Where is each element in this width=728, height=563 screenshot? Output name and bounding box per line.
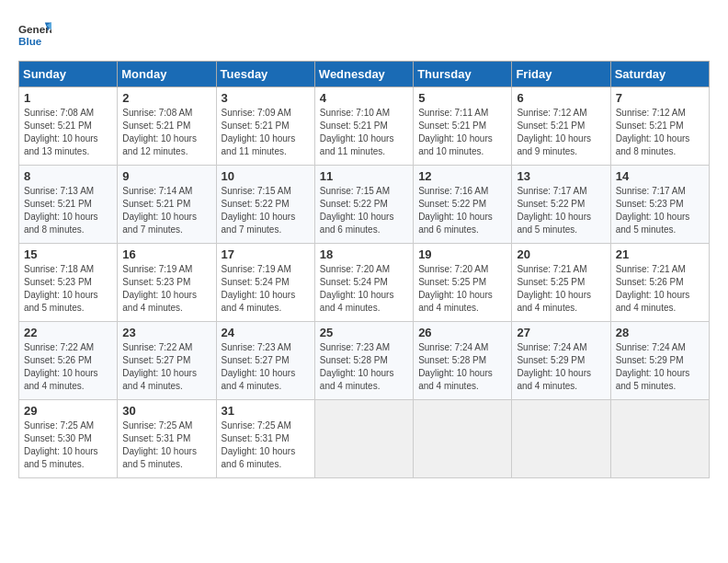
day-number: 20: [517, 247, 605, 261]
day-cell-18: 18Sunrise: 7:20 AM Sunset: 5:24 PM Dayli…: [314, 244, 413, 322]
day-number: 22: [24, 326, 112, 339]
day-number: 2: [122, 91, 210, 105]
day-number: 23: [122, 326, 210, 339]
day-number: 29: [24, 404, 112, 418]
col-header-thursday: Thursday: [414, 62, 512, 87]
day-number: 8: [24, 169, 112, 183]
day-cell-17: 17Sunrise: 7:19 AM Sunset: 5:24 PM Dayli…: [216, 244, 314, 322]
day-info: Sunrise: 7:12 AM Sunset: 5:21 PM Dayligh…: [517, 107, 605, 158]
day-cell-3: 3Sunrise: 7:09 AM Sunset: 5:21 PM Daylig…: [216, 87, 314, 166]
logo: General Blue: [18, 18, 51, 52]
day-cell-15: 15Sunrise: 7:18 AM Sunset: 5:23 PM Dayli…: [19, 244, 118, 322]
day-number: 4: [320, 91, 408, 105]
day-number: 1: [24, 91, 112, 105]
day-info: Sunrise: 7:25 AM Sunset: 5:31 PM Dayligh…: [222, 419, 310, 471]
day-info: Sunrise: 7:20 AM Sunset: 5:24 PM Dayligh…: [320, 263, 408, 315]
day-number: 19: [418, 247, 506, 261]
day-cell-11: 11Sunrise: 7:15 AM Sunset: 5:22 PM Dayli…: [314, 166, 413, 244]
day-info: Sunrise: 7:20 AM Sunset: 5:25 PM Dayligh…: [418, 263, 506, 315]
week-row-1: 1Sunrise: 7:08 AM Sunset: 5:21 PM Daylig…: [19, 87, 710, 166]
day-number: 10: [222, 169, 310, 183]
day-cell-25: 25Sunrise: 7:23 AM Sunset: 5:28 PM Dayli…: [314, 322, 413, 400]
week-row-2: 8Sunrise: 7:13 AM Sunset: 5:21 PM Daylig…: [19, 166, 710, 244]
day-number: 14: [616, 169, 704, 183]
day-cell-22: 22Sunrise: 7:22 AM Sunset: 5:26 PM Dayli…: [19, 322, 118, 400]
day-cell-10: 10Sunrise: 7:15 AM Sunset: 5:22 PM Dayli…: [216, 166, 314, 244]
logo-icon: General Blue: [18, 18, 51, 52]
day-info: Sunrise: 7:11 AM Sunset: 5:21 PM Dayligh…: [418, 107, 506, 158]
day-number: 7: [616, 91, 704, 105]
day-cell-12: 12Sunrise: 7:16 AM Sunset: 5:22 PM Dayli…: [414, 166, 512, 244]
day-cell-1: 1Sunrise: 7:08 AM Sunset: 5:21 PM Daylig…: [19, 87, 118, 166]
day-number: 11: [320, 169, 408, 183]
col-header-monday: Monday: [118, 62, 216, 87]
day-number: 21: [616, 247, 704, 261]
day-cell-20: 20Sunrise: 7:21 AM Sunset: 5:25 PM Dayli…: [512, 244, 610, 322]
day-number: 28: [616, 326, 704, 339]
week-row-3: 15Sunrise: 7:18 AM Sunset: 5:23 PM Dayli…: [19, 244, 710, 322]
day-info: Sunrise: 7:09 AM Sunset: 5:21 PM Dayligh…: [222, 107, 310, 158]
col-header-saturday: Saturday: [610, 62, 709, 87]
day-cell-6: 6Sunrise: 7:12 AM Sunset: 5:21 PM Daylig…: [512, 87, 610, 166]
day-info: Sunrise: 7:19 AM Sunset: 5:23 PM Dayligh…: [122, 263, 210, 315]
day-cell-14: 14Sunrise: 7:17 AM Sunset: 5:23 PM Dayli…: [610, 166, 709, 244]
day-info: Sunrise: 7:23 AM Sunset: 5:28 PM Dayligh…: [320, 341, 408, 393]
day-number: 3: [222, 91, 310, 105]
day-number: 18: [320, 247, 408, 261]
day-info: Sunrise: 7:23 AM Sunset: 5:27 PM Dayligh…: [222, 341, 310, 393]
day-cell-23: 23Sunrise: 7:22 AM Sunset: 5:27 PM Dayli…: [118, 322, 216, 400]
empty-cell: [512, 400, 610, 478]
day-number: 17: [222, 247, 310, 261]
day-number: 6: [517, 91, 605, 105]
day-number: 16: [122, 247, 210, 261]
day-info: Sunrise: 7:21 AM Sunset: 5:26 PM Dayligh…: [616, 263, 704, 315]
day-info: Sunrise: 7:08 AM Sunset: 5:21 PM Dayligh…: [24, 107, 112, 158]
empty-cell: [314, 400, 413, 478]
day-cell-8: 8Sunrise: 7:13 AM Sunset: 5:21 PM Daylig…: [19, 166, 118, 244]
day-cell-2: 2Sunrise: 7:08 AM Sunset: 5:21 PM Daylig…: [118, 87, 216, 166]
col-header-wednesday: Wednesday: [314, 62, 413, 87]
day-info: Sunrise: 7:15 AM Sunset: 5:22 PM Dayligh…: [320, 185, 408, 236]
day-number: 27: [517, 326, 605, 339]
day-cell-19: 19Sunrise: 7:20 AM Sunset: 5:25 PM Dayli…: [414, 244, 512, 322]
day-info: Sunrise: 7:22 AM Sunset: 5:26 PM Dayligh…: [24, 341, 112, 393]
calendar-table: SundayMondayTuesdayWednesdayThursdayFrid…: [18, 61, 710, 478]
day-info: Sunrise: 7:25 AM Sunset: 5:30 PM Dayligh…: [24, 419, 112, 471]
col-header-friday: Friday: [512, 62, 610, 87]
day-info: Sunrise: 7:24 AM Sunset: 5:29 PM Dayligh…: [616, 341, 704, 393]
day-info: Sunrise: 7:08 AM Sunset: 5:21 PM Dayligh…: [122, 107, 210, 158]
day-cell-4: 4Sunrise: 7:10 AM Sunset: 5:21 PM Daylig…: [314, 87, 413, 166]
day-cell-28: 28Sunrise: 7:24 AM Sunset: 5:29 PM Dayli…: [610, 322, 709, 400]
day-info: Sunrise: 7:14 AM Sunset: 5:21 PM Dayligh…: [122, 185, 210, 236]
day-cell-30: 30Sunrise: 7:25 AM Sunset: 5:31 PM Dayli…: [118, 400, 216, 478]
day-number: 26: [418, 326, 506, 339]
day-number: 12: [418, 169, 506, 183]
day-number: 25: [320, 326, 408, 339]
day-cell-9: 9Sunrise: 7:14 AM Sunset: 5:21 PM Daylig…: [118, 166, 216, 244]
day-info: Sunrise: 7:19 AM Sunset: 5:24 PM Dayligh…: [222, 263, 310, 315]
day-number: 5: [418, 91, 506, 105]
day-number: 15: [24, 247, 112, 261]
week-row-5: 29Sunrise: 7:25 AM Sunset: 5:30 PM Dayli…: [19, 400, 710, 478]
day-info: Sunrise: 7:24 AM Sunset: 5:29 PM Dayligh…: [517, 341, 605, 393]
day-cell-16: 16Sunrise: 7:19 AM Sunset: 5:23 PM Dayli…: [118, 244, 216, 322]
day-number: 30: [122, 404, 210, 418]
day-info: Sunrise: 7:21 AM Sunset: 5:25 PM Dayligh…: [517, 263, 605, 315]
page-header: General Blue: [18, 18, 710, 52]
day-cell-21: 21Sunrise: 7:21 AM Sunset: 5:26 PM Dayli…: [610, 244, 709, 322]
day-cell-27: 27Sunrise: 7:24 AM Sunset: 5:29 PM Dayli…: [512, 322, 610, 400]
week-row-4: 22Sunrise: 7:22 AM Sunset: 5:26 PM Dayli…: [19, 322, 710, 400]
day-info: Sunrise: 7:22 AM Sunset: 5:27 PM Dayligh…: [122, 341, 210, 393]
day-info: Sunrise: 7:12 AM Sunset: 5:21 PM Dayligh…: [616, 107, 704, 158]
empty-cell: [414, 400, 512, 478]
col-header-sunday: Sunday: [19, 62, 118, 87]
day-number: 9: [122, 169, 210, 183]
day-info: Sunrise: 7:13 AM Sunset: 5:21 PM Dayligh…: [24, 185, 112, 236]
day-info: Sunrise: 7:18 AM Sunset: 5:23 PM Dayligh…: [24, 263, 112, 315]
day-info: Sunrise: 7:24 AM Sunset: 5:28 PM Dayligh…: [418, 341, 506, 393]
day-cell-26: 26Sunrise: 7:24 AM Sunset: 5:28 PM Dayli…: [414, 322, 512, 400]
day-cell-5: 5Sunrise: 7:11 AM Sunset: 5:21 PM Daylig…: [414, 87, 512, 166]
day-info: Sunrise: 7:15 AM Sunset: 5:22 PM Dayligh…: [222, 185, 310, 236]
day-info: Sunrise: 7:25 AM Sunset: 5:31 PM Dayligh…: [122, 419, 210, 471]
day-cell-29: 29Sunrise: 7:25 AM Sunset: 5:30 PM Dayli…: [19, 400, 118, 478]
